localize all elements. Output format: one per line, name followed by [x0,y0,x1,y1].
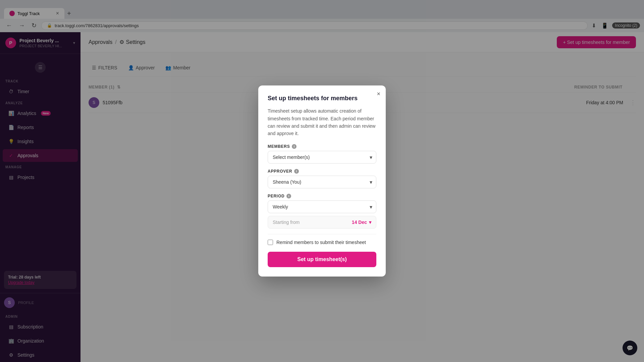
starting-from-date-value: 14 Dec [352,220,367,225]
period-info-icon[interactable]: i [286,194,291,198]
modal-submit-btn[interactable]: Set up timesheet(s) [268,252,376,267]
starting-from-date-picker[interactable]: 14 Dec ▾ [352,220,371,225]
modal-divider [268,234,376,234]
setup-timesheets-modal: × Set up timesheets for members Timeshee… [258,85,386,277]
starting-from-row: Starting from 14 Dec ▾ [268,216,376,229]
period-form-group: PERIOD i Weekly Biweekly Monthly Startin… [268,194,376,229]
date-chevron-icon: ▾ [369,220,371,225]
modal-close-btn[interactable]: × [377,91,380,97]
members-label-text: MEMBERS [268,144,290,149]
modal-overlay: × Set up timesheets for members Timeshee… [0,0,644,362]
modal-title: Set up timesheets for members [268,95,376,102]
period-select[interactable]: Weekly Biweekly Monthly [268,200,376,213]
members-select[interactable]: Select member(s) [268,151,376,164]
remind-checkbox-row: Remind members to submit their timesheet [268,240,376,245]
members-label: MEMBERS i [268,144,376,149]
members-select-wrapper: Select member(s) [268,151,376,164]
approver-form-group: APPROVER i Sheena (You) [268,169,376,188]
period-label-text: PERIOD [268,194,284,198]
approver-label: APPROVER i [268,169,376,174]
approver-label-text: APPROVER [268,169,292,174]
members-form-group: MEMBERS i Select member(s) [268,144,376,164]
period-label: PERIOD i [268,194,376,198]
modal-description: Timesheet setup allows automatic creatio… [268,107,376,137]
remind-checkbox-label[interactable]: Remind members to submit their timesheet [276,240,366,245]
remind-checkbox[interactable] [268,240,273,245]
starting-from-label: Starting from [273,220,300,225]
approver-info-icon[interactable]: i [294,169,299,174]
period-select-wrapper: Weekly Biweekly Monthly [268,200,376,213]
approver-select[interactable]: Sheena (You) [268,176,376,188]
members-info-icon[interactable]: i [292,144,297,149]
approver-select-wrapper: Sheena (You) [268,176,376,188]
